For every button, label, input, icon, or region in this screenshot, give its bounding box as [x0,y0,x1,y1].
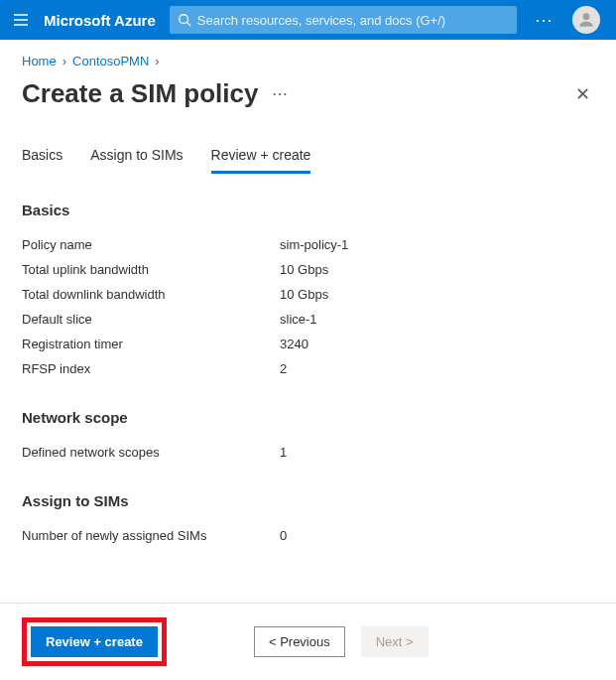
breadcrumb: Home › ContosoPMN › [22,54,594,68]
chevron-right-icon: › [62,54,66,68]
field-label: Defined network scopes [22,445,280,460]
close-icon[interactable]: ✕ [571,79,594,109]
field-value: 10 Gbps [280,287,328,302]
section-basics: Basics Policy namesim-policy-1 Total upl… [22,202,594,381]
title-more-icon[interactable]: ⋯ [272,84,290,103]
chevron-right-icon: › [155,54,159,68]
page-title: Create a SIM policy [22,78,258,109]
field-label: RFSP index [22,361,280,376]
tab-assign[interactable]: Assign to SIMs [90,147,183,174]
section-heading: Assign to SIMs [22,492,594,509]
search-input[interactable] [197,13,509,28]
tabs: Basics Assign to SIMs Review + create [22,147,594,174]
field-value: 0 [280,528,287,543]
section-heading: Basics [22,202,594,218]
review-row: Total downlink bandwidth10 Gbps [22,282,594,307]
field-value: 2 [280,361,287,376]
review-row: RFSP index2 [22,356,594,381]
brand-label: Microsoft Azure [44,12,156,29]
breadcrumb-resource[interactable]: ContosoPMN [72,54,149,68]
svg-point-3 [180,15,188,24]
field-value: slice-1 [280,312,317,327]
field-label: Policy name [22,237,280,252]
svg-point-5 [582,13,589,20]
review-row: Defined network scopes1 [22,440,594,465]
avatar[interactable] [572,6,600,34]
section-assign-sims: Assign to SIMs Number of newly assigned … [22,492,594,548]
breadcrumb-home[interactable]: Home [22,54,57,68]
highlight-annotation: Review + create [22,617,167,666]
section-heading: Network scope [22,409,594,426]
more-icon[interactable]: ⋯ [531,9,558,31]
review-row: Default sliceslice-1 [22,307,594,332]
person-icon [576,10,596,30]
field-label: Registration timer [22,337,280,351]
previous-button[interactable]: < Previous [254,626,345,657]
review-row: Registration timer3240 [22,332,594,356]
next-button: Next > [361,626,429,657]
review-row: Number of newly assigned SIMs0 [22,523,594,548]
tab-basics[interactable]: Basics [22,147,62,174]
field-value: 1 [280,445,287,460]
field-label: Total downlink bandwidth [22,287,280,302]
field-value: 10 Gbps [280,262,328,277]
search-box[interactable] [170,6,517,34]
review-row: Policy namesim-policy-1 [22,232,594,257]
field-value: 3240 [280,337,308,351]
field-label: Number of newly assigned SIMs [22,528,280,543]
section-network-scope: Network scope Defined network scopes1 [22,409,594,465]
tab-review-create[interactable]: Review + create [211,147,311,174]
review-create-button[interactable]: Review + create [31,626,158,657]
search-icon [178,13,191,27]
footer-bar: Review + create < Previous Next > [0,603,616,680]
menu-icon[interactable] [12,11,30,29]
field-label: Default slice [22,312,280,327]
svg-line-4 [186,23,190,27]
review-row: Total uplink bandwidth10 Gbps [22,257,594,282]
field-label: Total uplink bandwidth [22,262,280,277]
top-nav: Microsoft Azure ⋯ [0,0,616,40]
field-value: sim-policy-1 [280,237,348,252]
